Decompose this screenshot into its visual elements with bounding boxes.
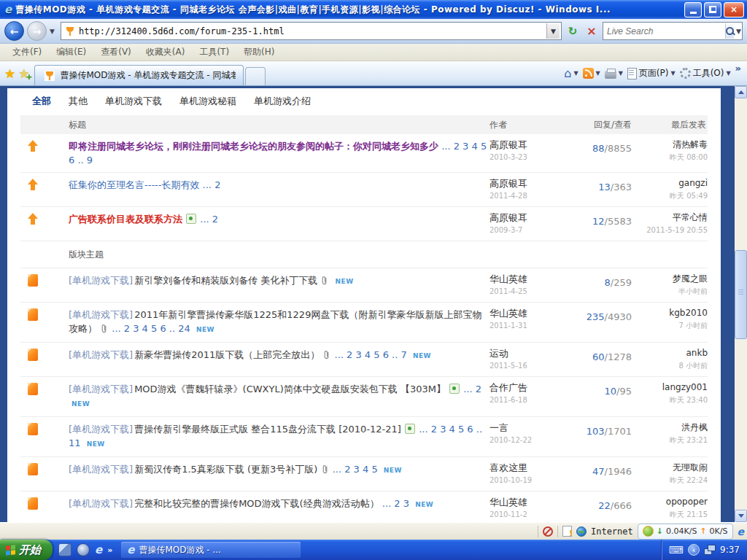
live-search-box[interactable]: ▼ [603,22,743,40]
print-button[interactable]: ▼ [605,69,623,79]
new-tab-stub[interactable] [245,67,266,85]
scrollbar-thumb[interactable] [735,250,747,339]
favorites-star-icon[interactable]: ★ [4,66,15,81]
gear-icon [680,68,691,79]
reply-count: 10 [605,386,617,397]
thread-pages[interactable]: ... 2 3 4 5 6 .. 7 [335,349,407,360]
last-poster[interactable]: langzy001 [632,382,708,393]
filter-intro[interactable]: 单机游戏介绍 [254,95,311,108]
last-poster[interactable]: 梦魇之眼 [632,273,708,284]
thread-pages[interactable]: ... 2 [200,214,218,225]
vertical-scrollbar[interactable] [735,86,747,522]
network-tray-icon[interactable] [704,545,716,555]
last-poster[interactable]: 洪丹枫 [632,422,708,433]
thread-author[interactable]: 华山英雄 [489,497,566,508]
media-player-icon[interactable] [77,543,90,556]
thread-author[interactable]: 华山英雄 [489,308,566,319]
start-button[interactable]: 开始 [0,540,53,560]
thread-category-tag[interactable]: [单机游戏下载] [69,384,133,394]
view-count: 1278 [608,351,632,362]
ie-quicklaunch-icon[interactable]: e [95,543,102,556]
thread-author[interactable]: 华山英雄 [489,273,566,284]
thread-title-link[interactable]: 广告联系价目表及联系方法 [69,214,182,225]
new-badge: NEW [336,278,354,285]
forward-button[interactable]: → [27,21,47,41]
add-favorite-icon[interactable]: ★ [18,66,29,81]
tools-menu-button[interactable]: 工具(O)▼ [680,67,731,79]
thread-pages[interactable]: ... 2 3 4 5 6 .. 24 [112,323,190,334]
history-dropdown[interactable]: ▼ [50,28,55,35]
search-dropdown[interactable]: ▼ [734,28,743,35]
last-poster[interactable]: gangzi [632,178,708,189]
thread-pages[interactable]: ... 2 3 [382,498,409,509]
search-input[interactable] [603,26,725,36]
keyboard-tray-icon[interactable]: ⌨ [669,544,684,556]
tray-collapse-icon[interactable]: ‹ [688,544,700,556]
thread-author[interactable]: 高原银耳 [489,212,566,223]
menu-file[interactable]: 文件(F) [6,44,48,61]
thread-author[interactable]: 喜欢这里 [489,462,566,473]
thread-title-link[interactable]: MOD游戏《曹魏轩辕录》(CWXYL)简体中文硬盘版安装包下载 【303M】 [134,384,446,394]
thread-title-link[interactable]: 新豪华曹操传2011版下载（上部完全放出） [134,349,320,360]
thread-author[interactable]: 高原银耳 [489,139,566,150]
thread-category-tag[interactable]: [单机游戏下载] [69,275,133,286]
quicklaunch-more-chevron[interactable]: » [107,545,112,555]
thread-title-link[interactable]: 新蜀汉传奇1.5真彩版下载 (更新3号补丁版) [134,464,317,475]
scroll-up-button[interactable] [735,86,747,98]
thread-category-tag[interactable]: [单机游戏下载] [69,309,133,320]
filter-cheats[interactable]: 单机游戏秘籍 [179,95,236,108]
url-input[interactable] [77,26,546,37]
menu-edit[interactable]: 编辑(E) [50,44,93,61]
thread-category-tag[interactable]: [单机游戏下载] [69,424,133,435]
minimize-button[interactable] [684,2,702,18]
address-bar[interactable]: ▼ [61,22,562,40]
close-button[interactable]: × [724,2,744,18]
page-menu-button[interactable]: 页面(P)▼ [627,67,676,79]
more-commands-chevron[interactable]: » [735,63,741,74]
menu-view[interactable]: 查看(V) [94,44,138,61]
stop-button[interactable]: × [584,23,600,39]
last-poster[interactable]: opopoper [632,497,708,508]
view-count: 363 [614,182,632,192]
show-desktop-icon[interactable] [58,543,71,556]
filter-all[interactable]: 全部 [32,95,51,108]
last-poster[interactable]: 无理取闹 [632,462,708,473]
thread-category-tag[interactable]: [单机游戏下载] [69,498,133,509]
active-tab[interactable]: 曹操传MOD游戏 - 单机游戏专题交流 - 同城老... [34,65,244,85]
filter-other[interactable]: 其他 [69,95,88,108]
thread-pages[interactable]: ... 2 [203,179,221,190]
thread-author[interactable]: 运动 [489,348,566,359]
menu-tools[interactable]: 工具(T) [193,44,236,61]
url-dropdown[interactable]: ▼ [546,23,560,39]
thread-author[interactable]: 一言 [489,422,566,433]
home-button[interactable]: ⌂▼ [564,66,578,80]
rss-button[interactable]: ▼ [583,68,600,79]
last-poster[interactable]: 平常心情 [632,212,708,223]
thread-title-link[interactable]: 曹操传新引擎最终版正式版 整合115盘分流下载 [2010-12-21] [134,424,401,435]
image-attachment-icon [405,424,415,434]
last-poster[interactable]: kgb2010 [632,308,708,319]
thread-pages[interactable]: ... 2 [463,384,481,394]
thread-category-tag[interactable]: [单机游戏下载] [69,349,133,360]
menu-favorites[interactable]: 收藏夹(A) [139,44,192,61]
thread-title-link[interactable]: 完整和比较完整的曹操传MOD游戏下载(经典游戏活动帖） [134,498,379,509]
thread-title-link[interactable]: 征集你的至理名言-----长期有效 [69,179,199,190]
scroll-down-button[interactable] [735,510,747,522]
menu-help[interactable]: 帮助(H) [237,44,281,61]
restore-button[interactable] [704,2,721,18]
taskbar-window-button[interactable]: e 曹操传MOD游戏 - ... [121,542,301,558]
last-poster[interactable]: ankb [632,348,708,359]
thread-category-tag[interactable]: [单机游戏下载] [69,464,133,475]
view-count: 8855 [608,143,632,154]
thread-title-link[interactable]: 即将注册同城老乡论坛，刚刚注册同城老乡论坛的朋友参阅的帖子：你对同城老乡知多少 [69,141,438,152]
search-icon[interactable] [725,23,734,39]
filter-downloads[interactable]: 单机游戏下载 [105,95,162,108]
last-poster[interactable]: 清热解毒 [632,139,708,150]
refresh-button[interactable]: ↻ [565,23,581,39]
back-button[interactable]: ← [4,21,24,41]
thread-title-link[interactable]: 新引擎刘备传和精装版刘备传 美化补丁下载 [134,275,317,286]
thread-author[interactable]: 高原银耳 [489,178,566,189]
thread-pages[interactable]: ... 2 3 4 5 [333,464,378,475]
thread-author[interactable]: 合作广告 [489,382,566,393]
sticky-arrow-icon [28,213,38,225]
